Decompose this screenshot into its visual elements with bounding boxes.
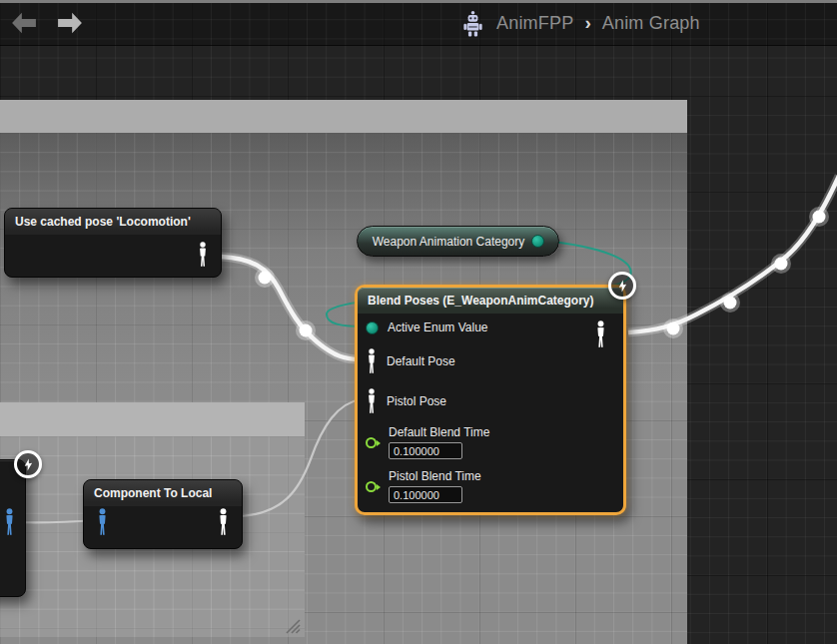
pin-label-pistol-pose: Pistol Pose	[387, 394, 446, 408]
pose-input-pin-icon[interactable]	[366, 348, 378, 374]
component-pose-input-pin-icon[interactable]	[3, 508, 16, 536]
float-input-pin-icon[interactable]	[366, 437, 377, 448]
pose-input-pin-icon[interactable]	[366, 388, 378, 414]
graph-title-band	[0, 0, 837, 46]
anim-graph-editor: Use cached pose 'Locomotion' Weapon Anim…	[0, 0, 837, 644]
forward-button[interactable]	[56, 10, 84, 36]
component-pose-input-pin-icon[interactable]	[96, 508, 109, 536]
node-title: Use cached pose 'Locomotion'	[5, 209, 221, 235]
fast-path-lightning-icon	[608, 272, 636, 300]
node-title: Component To Local	[84, 480, 242, 506]
node-weapon-animation-category[interactable]: Weapon Animation Category	[357, 226, 559, 257]
float-input-pin-icon[interactable]	[366, 481, 377, 492]
node-blend-poses[interactable]: Blend Poses (E_WeaponAnimCategory) Activ…	[355, 285, 626, 515]
comment-box-header[interactable]	[0, 100, 687, 134]
pose-output-pin-icon[interactable]	[217, 508, 230, 536]
anim-blueprint-icon	[459, 10, 486, 37]
pin-label-default-blend-time: Default Blend Time	[389, 425, 489, 439]
forward-arrow-icon	[57, 11, 83, 35]
node-component-to-local[interactable]: Component To Local	[83, 479, 243, 549]
breadcrumb-item-anim-graph[interactable]: Anim Graph	[602, 13, 700, 34]
node-use-cached-pose[interactable]: Use cached pose 'Locomotion'	[4, 208, 222, 278]
breadcrumb: AnimFPP › Anim Graph	[459, 7, 700, 39]
pose-output-pin-icon[interactable]	[197, 242, 209, 268]
back-arrow-icon	[11, 11, 37, 35]
pistol-blend-time-input[interactable]	[389, 486, 462, 503]
comment-resize-handle[interactable]	[284, 617, 302, 635]
enum-output-pin-icon[interactable]	[531, 235, 544, 248]
node-partial-left[interactable]	[0, 459, 26, 597]
enum-input-pin-icon[interactable]	[366, 322, 379, 334]
node-title: Blend Poses (E_WeaponAnimCategory)	[358, 288, 623, 314]
variable-label: Weapon Animation Category	[372, 235, 525, 249]
back-button[interactable]	[10, 10, 38, 36]
pin-label-pistol-blend-time: Pistol Blend Time	[389, 469, 481, 483]
breadcrumb-separator-icon: ›	[584, 12, 590, 34]
breadcrumb-item-animfpp[interactable]: AnimFPP	[496, 13, 573, 34]
pose-output-pin-icon[interactable]	[594, 321, 607, 348]
comment-box-small-header[interactable]	[0, 402, 305, 437]
pin-label-active-enum-value: Active Enum Value	[388, 321, 488, 334]
fast-path-lightning-icon	[14, 450, 42, 478]
default-blend-time-input[interactable]	[389, 442, 462, 459]
window-top-edge	[0, 0, 837, 3]
pin-label-default-pose: Default Pose	[387, 354, 455, 368]
